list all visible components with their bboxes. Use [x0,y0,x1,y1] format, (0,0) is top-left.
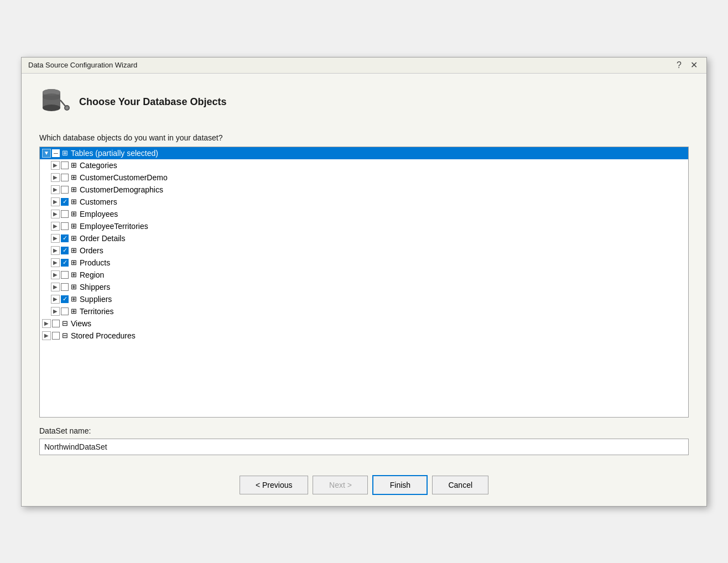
region-table-icon: ⊞ [71,270,77,279]
tree-item-employeeterritories[interactable]: ▶ ⊞ EmployeeTerritories [40,220,688,232]
svg-point-4 [43,93,60,100]
tree-item-orderdetails[interactable]: ▶ ✓ ⊞ Order Details [40,232,688,244]
od-table-icon: ⊞ [71,234,77,242]
tree-item-views[interactable]: ▶ ⊟ Views [40,317,688,330]
region-label: Region [80,270,104,279]
ccd-label: CustomerCustomerDemo [80,173,168,182]
orders-checkbox[interactable]: ✓ [61,247,69,254]
territories-table-icon: ⊞ [71,307,77,315]
finish-button[interactable]: Finish [372,475,428,495]
expand-views-icon[interactable]: ▶ [42,319,51,328]
territories-checkbox[interactable] [61,307,69,315]
tree-item-categories[interactable]: ▶ ⊞ Categories [40,159,688,171]
header-section: Choose Your Database Objects [39,87,689,118]
suppliers-table-icon: ⊞ [71,295,77,303]
tree-item-region[interactable]: ▶ ⊞ Region [40,269,688,281]
region-checkbox[interactable] [61,271,69,279]
svg-point-2 [43,105,60,111]
tree-item-territories[interactable]: ▶ ⊞ Territories [40,305,688,317]
views-checkbox[interactable] [52,320,60,327]
products-checkbox[interactable]: ✓ [61,259,69,267]
tree-item-orders[interactable]: ▶ ✓ ⊞ Orders [40,244,688,257]
employees-table-icon: ⊞ [71,210,77,218]
tree-item-customercustomerdemo[interactable]: ▶ ⊞ CustomerCustomerDemo [40,171,688,184]
tree-item-customerdemographics[interactable]: ▶ ⊞ CustomerDemographics [40,184,688,196]
expand-ccd-icon[interactable]: ▶ [51,173,60,182]
help-button[interactable]: ? [674,61,684,70]
expand-categories-icon[interactable]: ▶ [51,161,60,170]
shippers-checkbox[interactable] [61,283,69,291]
expand-products-icon[interactable]: ▶ [51,258,60,267]
expand-cd-icon[interactable]: ▶ [51,185,60,194]
svg-point-7 [65,106,69,110]
dialog: Data Source Configuration Wizard ? ✕ Cho… [21,57,707,507]
views-label: Views [71,319,91,328]
sp-label: Stored Procedures [71,331,136,340]
tree-view[interactable]: ▼ ─ ⊞ Tables (partially selected) ▶ ⊞ Ca… [39,147,689,418]
expand-od-icon[interactable]: ▶ [51,234,60,243]
products-label: Products [80,258,110,267]
previous-button[interactable]: < Previous [240,476,309,494]
titlebar: Data Source Configuration Wizard ? ✕ [22,58,706,74]
cd-table-icon: ⊞ [71,185,77,194]
tree-item-suppliers[interactable]: ▶ ✓ ⊞ Suppliers [40,293,688,305]
question-label: Which database objects do you want in yo… [39,133,689,142]
tables-group-icon: ⊞ [62,149,68,157]
expand-territories-icon[interactable]: ▶ [51,307,60,316]
expand-orders-icon[interactable]: ▶ [51,246,60,255]
cancel-button[interactable]: Cancel [432,476,488,494]
expand-customers-icon[interactable]: ▶ [51,197,60,206]
employees-label: Employees [80,210,118,218]
titlebar-controls: ? ✕ [674,61,700,70]
main-content: Choose Your Database Objects Which datab… [22,74,706,464]
ccd-table-icon: ⊞ [71,173,77,181]
expand-shippers-icon[interactable]: ▶ [51,283,60,291]
expand-suppliers-icon[interactable]: ▶ [51,295,60,304]
cd-checkbox[interactable] [61,186,69,194]
expand-et-icon[interactable]: ▶ [51,222,60,231]
shippers-table-icon: ⊞ [71,283,77,291]
database-icon [39,87,70,118]
next-button[interactable]: Next > [313,476,368,494]
svg-line-5 [60,100,66,107]
employees-checkbox[interactable] [61,210,69,218]
tree-item-customers[interactable]: ▶ ✓ ⊞ Customers [40,196,688,208]
tables-checkbox[interactable]: ─ [52,149,60,157]
tree-item-employees[interactable]: ▶ ⊞ Employees [40,208,688,220]
ccd-checkbox[interactable] [61,174,69,181]
suppliers-checkbox[interactable]: ✓ [61,295,69,303]
sp-group-icon: ⊟ [62,331,68,340]
products-table-icon: ⊞ [71,258,77,267]
expand-region-icon[interactable]: ▶ [51,270,60,279]
views-group-icon: ⊟ [62,319,68,327]
footer: < Previous Next > Finish Cancel [22,464,706,506]
expand-tables-icon[interactable]: ▼ [42,149,51,158]
customers-label: Customers [80,197,117,206]
categories-label: Categories [80,161,117,170]
customers-checkbox[interactable]: ✓ [61,198,69,206]
suppliers-label: Suppliers [80,295,112,304]
customers-table-icon: ⊞ [71,197,77,206]
categories-checkbox[interactable] [61,161,69,169]
close-button[interactable]: ✕ [688,61,700,70]
orders-label: Orders [80,246,103,255]
cd-label: CustomerDemographics [80,185,163,194]
orders-table-icon: ⊞ [71,246,77,254]
et-checkbox[interactable] [61,222,69,230]
shippers-label: Shippers [80,283,110,291]
sp-checkbox[interactable] [52,332,60,340]
tables-label: Tables (partially selected) [71,149,158,158]
expand-employees-icon[interactable]: ▶ [51,210,60,218]
expand-sp-icon[interactable]: ▶ [42,331,51,340]
page-title: Choose Your Database Objects [79,96,226,108]
tree-item-shippers[interactable]: ▶ ⊞ Shippers [40,281,688,293]
dataset-section: DataSet name: [39,426,689,464]
dataset-name-input[interactable] [39,439,689,455]
tree-item-stored-procedures[interactable]: ▶ ⊟ Stored Procedures [40,330,688,342]
tree-tables-root[interactable]: ▼ ─ ⊞ Tables (partially selected) [40,147,688,159]
od-checkbox[interactable]: ✓ [61,234,69,242]
categories-table-icon: ⊞ [71,161,77,169]
et-table-icon: ⊞ [71,222,77,230]
et-label: EmployeeTerritories [80,222,148,231]
tree-item-products[interactable]: ▶ ✓ ⊞ Products [40,257,688,269]
